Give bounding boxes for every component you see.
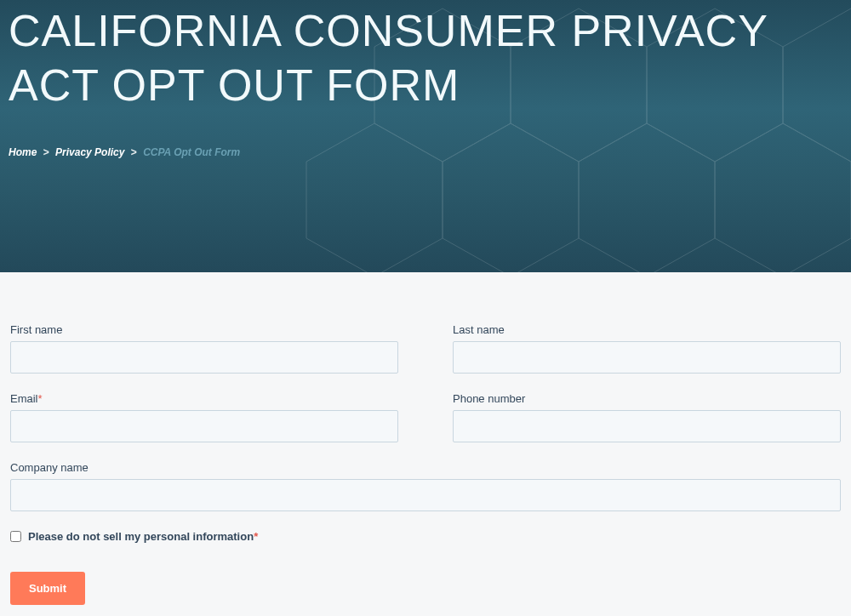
last-name-input[interactable] [453,341,841,374]
required-marker: * [254,530,258,543]
page-title: CALIFORNIA CONSUMER PRIVACY ACT OPT OUT … [9,0,842,112]
required-marker: * [38,392,43,405]
breadcrumb: Home > Privacy Policy > CCPA Opt Out For… [9,146,842,158]
breadcrumb-sep: > [131,146,137,158]
breadcrumb-privacy-policy[interactable]: Privacy Policy [55,146,124,158]
phone-label: Phone number [453,392,841,405]
email-label-text: Email [10,392,38,405]
do-not-sell-label[interactable]: Please do not sell my personal informati… [28,530,258,543]
first-name-label: First name [10,323,398,336]
breadcrumb-sep: > [43,146,49,158]
last-name-label: Last name [453,323,841,336]
email-input[interactable] [10,410,398,442]
ccpa-opt-out-form: First name Last name Email* Phone number… [0,272,851,616]
do-not-sell-checkbox[interactable] [10,531,21,542]
company-input[interactable] [10,479,841,511]
breadcrumb-home[interactable]: Home [9,146,37,158]
email-label: Email* [10,392,398,405]
first-name-input[interactable] [10,341,398,374]
hero-banner: CALIFORNIA CONSUMER PRIVACY ACT OPT OUT … [0,0,851,272]
do-not-sell-label-text: Please do not sell my personal informati… [28,530,254,543]
submit-button[interactable]: Submit [10,572,85,605]
company-label: Company name [10,461,841,474]
phone-input[interactable] [453,410,841,442]
breadcrumb-current: CCPA Opt Out Form [143,146,240,158]
